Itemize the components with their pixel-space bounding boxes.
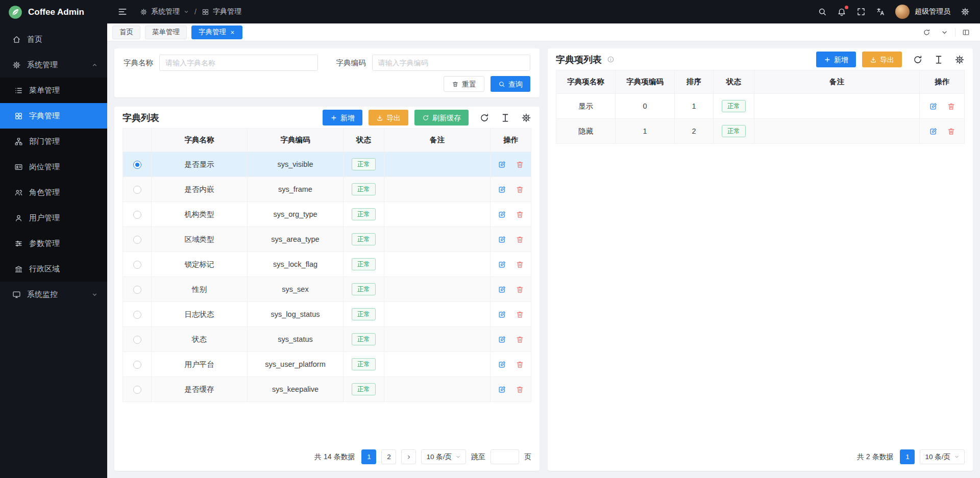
- delete-icon[interactable]: [516, 185, 524, 194]
- tab-menu-management[interactable]: 菜单管理: [145, 26, 187, 39]
- edit-icon[interactable]: [498, 360, 506, 369]
- refresh-icon[interactable]: [913, 55, 923, 65]
- refresh-cache-button[interactable]: 刷新缓存: [414, 110, 469, 125]
- sidebar-item-system-monitor[interactable]: 系统监控: [0, 282, 107, 307]
- page-size-select[interactable]: 10 条/页: [920, 449, 965, 464]
- density-icon[interactable]: [500, 113, 510, 123]
- search-icon[interactable]: [818, 7, 827, 16]
- table-row[interactable]: 是否显示 sys_visible 正常: [123, 152, 531, 177]
- notifications-button[interactable]: [837, 7, 846, 16]
- export-items-button[interactable]: 导出: [862, 52, 902, 67]
- tab-home[interactable]: 首页: [112, 26, 140, 39]
- row-radio[interactable]: [133, 286, 141, 294]
- sidebar-item-menu-management[interactable]: 菜单管理: [0, 78, 107, 103]
- edit-icon[interactable]: [498, 160, 506, 169]
- query-button[interactable]: 查询: [491, 76, 530, 92]
- row-radio[interactable]: [133, 236, 141, 244]
- settings-gear-icon[interactable]: [961, 7, 970, 16]
- table-row[interactable]: 显示 0 1 正常: [556, 94, 965, 119]
- reset-button[interactable]: 重置: [444, 76, 484, 92]
- edit-icon[interactable]: [498, 310, 506, 319]
- sidebar-item-role-management[interactable]: 角色管理: [0, 180, 107, 205]
- edit-icon[interactable]: [498, 210, 506, 219]
- refresh-icon[interactable]: [479, 113, 489, 123]
- delete-icon[interactable]: [516, 285, 524, 294]
- row-radio[interactable]: [133, 211, 141, 219]
- page-button-1[interactable]: 1: [361, 449, 376, 464]
- sidebar-item-dept-management[interactable]: 部门管理: [0, 129, 107, 154]
- delete-icon[interactable]: [516, 310, 524, 319]
- edit-icon[interactable]: [498, 335, 506, 344]
- user-avatar[interactable]: [895, 5, 910, 19]
- item-pagination: 共 2 条数据 1 10 条/页: [548, 443, 973, 471]
- density-icon[interactable]: [934, 55, 944, 65]
- delete-icon[interactable]: [947, 102, 955, 111]
- delete-icon[interactable]: [516, 335, 524, 344]
- tab-dict-management[interactable]: 字典管理: [191, 26, 242, 39]
- table-row[interactable]: 是否内嵌 sys_frame 正常: [123, 177, 531, 202]
- chevron-down-icon[interactable]: [941, 29, 948, 36]
- table-row[interactable]: 隐藏 1 2 正常: [556, 119, 965, 144]
- close-icon[interactable]: [230, 30, 235, 35]
- sidebar-item-home[interactable]: 首页: [0, 27, 107, 52]
- row-radio[interactable]: [133, 186, 141, 194]
- dict-code-input[interactable]: [372, 55, 531, 71]
- table-settings-icon[interactable]: [954, 55, 965, 65]
- jump-page-input[interactable]: [491, 449, 519, 464]
- row-radio[interactable]: [133, 311, 141, 319]
- next-page-button[interactable]: [401, 449, 416, 464]
- delete-icon[interactable]: [516, 235, 524, 244]
- row-radio[interactable]: [133, 261, 141, 269]
- edit-icon[interactable]: [929, 127, 938, 136]
- edit-icon[interactable]: [498, 260, 506, 269]
- delete-icon[interactable]: [516, 360, 524, 369]
- page-size-select[interactable]: 10 条/页: [421, 449, 466, 464]
- page-button-2[interactable]: 2: [381, 449, 396, 464]
- sidebar-item-label: 系统管理: [27, 60, 85, 70]
- edit-icon[interactable]: [498, 235, 506, 244]
- delete-icon[interactable]: [516, 385, 524, 394]
- table-row[interactable]: 用户平台 sys_user_platform 正常: [123, 352, 531, 377]
- dict-name-input[interactable]: [159, 55, 318, 71]
- table-row[interactable]: 日志状态 sys_log_status 正常: [123, 302, 531, 327]
- delete-icon[interactable]: [516, 210, 524, 219]
- sidebar-item-admin-region[interactable]: 行政区域: [0, 256, 107, 282]
- table-row[interactable]: 锁定标记 sys_lock_flag 正常: [123, 252, 531, 277]
- sidebar-item-post-management[interactable]: 岗位管理: [0, 154, 107, 180]
- sidebar-item-user-management[interactable]: 用户管理: [0, 205, 107, 231]
- delete-icon[interactable]: [947, 127, 955, 136]
- collapse-sidebar-icon[interactable]: [117, 7, 128, 17]
- translate-icon[interactable]: [876, 7, 885, 16]
- sidebar-item-dict-management[interactable]: 字典管理: [0, 103, 107, 129]
- row-radio[interactable]: [133, 361, 141, 369]
- app-logo[interactable]: Coffee Admin: [0, 0, 107, 24]
- row-radio[interactable]: [133, 386, 141, 394]
- export-button[interactable]: 导出: [369, 110, 408, 125]
- breadcrumb-item-system[interactable]: 系统管理: [151, 7, 180, 16]
- layout-icon[interactable]: [962, 29, 970, 36]
- delete-icon[interactable]: [516, 160, 524, 169]
- delete-icon[interactable]: [516, 260, 524, 269]
- table-row[interactable]: 机构类型 sys_org_type 正常: [123, 202, 531, 227]
- sidebar-item-param-management[interactable]: 参数管理: [0, 231, 107, 256]
- page-button-1[interactable]: 1: [900, 449, 915, 464]
- table-row[interactable]: 性别 sys_sex 正常: [123, 277, 531, 302]
- edit-icon[interactable]: [498, 285, 506, 294]
- sidebar-item-system-management[interactable]: 系统管理: [0, 52, 107, 78]
- table-row[interactable]: 状态 sys_status 正常: [123, 327, 531, 352]
- status-badge: 正常: [352, 158, 376, 170]
- table-settings-icon[interactable]: [521, 113, 531, 123]
- edit-icon[interactable]: [929, 102, 938, 111]
- row-radio[interactable]: [133, 161, 141, 169]
- edit-icon[interactable]: [498, 385, 506, 394]
- info-icon[interactable]: [607, 56, 615, 63]
- refresh-icon[interactable]: [923, 29, 930, 36]
- add-item-button[interactable]: 新增: [816, 52, 856, 67]
- table-row[interactable]: 是否缓存 sys_keepalive 正常: [123, 377, 531, 402]
- add-button[interactable]: 新增: [323, 110, 362, 125]
- user-name[interactable]: 超级管理员: [915, 7, 950, 16]
- fullscreen-icon[interactable]: [856, 7, 866, 16]
- edit-icon[interactable]: [498, 185, 506, 194]
- table-row[interactable]: 区域类型 sys_area_type 正常: [123, 227, 531, 252]
- row-radio[interactable]: [133, 336, 141, 344]
